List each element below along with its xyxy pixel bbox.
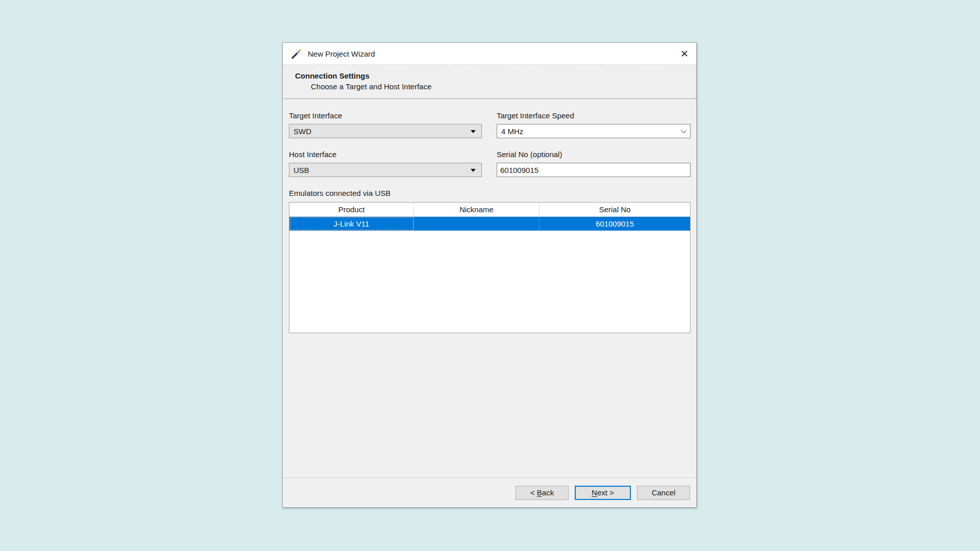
host-interface-dropdown[interactable]: USB <box>289 163 482 177</box>
serial-no-field: Serial No (optional) <box>497 150 691 177</box>
column-header-product[interactable]: Product <box>289 203 414 216</box>
dialog-body: Target Interface SWD Target Interface Sp… <box>283 99 696 478</box>
emulator-table[interactable]: Product Nickname Serial No J-Link V11 60… <box>289 202 691 333</box>
chevron-down-icon <box>681 128 686 133</box>
host-interface-value: USB <box>293 166 309 174</box>
target-interface-field: Target Interface SWD <box>289 111 482 138</box>
cell-serial-no[interactable]: 601009015 <box>540 217 690 231</box>
target-interface-label: Target Interface <box>289 111 482 120</box>
dialog-button-bar: < Back Next > Cancel <box>283 478 696 507</box>
column-header-nickname[interactable]: Nickname <box>414 203 540 216</box>
target-interface-speed-dropdown[interactable]: 4 MHz <box>497 124 691 138</box>
next-button[interactable]: Next > <box>575 486 631 500</box>
serial-no-input[interactable] <box>497 163 691 177</box>
new-project-wizard-dialog: New Project Wizard ✕ Connection Settings… <box>282 42 697 508</box>
target-interface-speed-label: Target Interface Speed <box>497 111 691 120</box>
dialog-title: New Project Wizard <box>308 49 375 58</box>
emulators-label: Emulators connected via USB <box>289 189 690 197</box>
host-interface-field: Host Interface USB <box>289 150 482 177</box>
step-subtitle: Choose a Target and Host Interface <box>295 82 684 91</box>
emulator-table-header: Product Nickname Serial No <box>289 203 690 217</box>
target-interface-dropdown[interactable]: SWD <box>289 124 482 138</box>
chevron-down-icon <box>471 169 476 172</box>
close-icon: ✕ <box>680 48 689 59</box>
column-header-serial-no[interactable]: Serial No <box>540 203 690 216</box>
body-spacer <box>289 333 690 478</box>
dialog-titlebar[interactable]: New Project Wizard ✕ <box>283 43 696 65</box>
wizard-wand-icon <box>290 47 303 60</box>
target-interface-value: SWD <box>293 127 311 136</box>
host-interface-label: Host Interface <box>289 150 482 159</box>
cell-nickname[interactable] <box>414 217 540 231</box>
desktop-background: New Project Wizard ✕ Connection Settings… <box>0 0 980 551</box>
close-button[interactable]: ✕ <box>673 43 696 64</box>
back-button[interactable]: < Back <box>516 486 569 500</box>
cell-product[interactable]: J-Link V11 <box>289 217 414 231</box>
table-row[interactable]: J-Link V11 601009015 <box>289 217 690 231</box>
connection-form: Target Interface SWD Target Interface Sp… <box>289 111 690 189</box>
wizard-step-header: Connection Settings Choose a Target and … <box>283 65 696 99</box>
step-title: Connection Settings <box>295 71 684 80</box>
chevron-down-icon <box>471 130 476 133</box>
cancel-button[interactable]: Cancel <box>637 486 690 500</box>
target-interface-speed-value: 4 MHz <box>501 127 523 136</box>
serial-no-label: Serial No (optional) <box>497 150 691 159</box>
target-interface-speed-field: Target Interface Speed 4 MHz <box>497 111 691 138</box>
